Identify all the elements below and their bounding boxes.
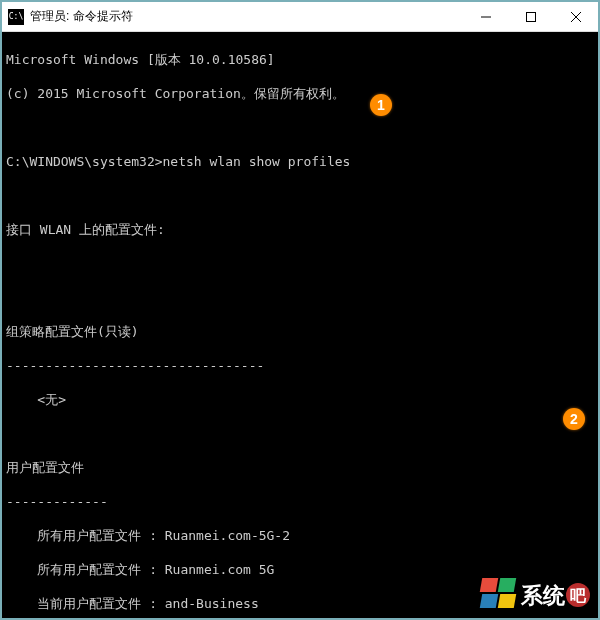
command-line-1: C:\WINDOWS\system32>netsh wlan show prof… bbox=[6, 153, 594, 170]
blank-line bbox=[6, 289, 594, 306]
command-text: netsh wlan show profiles bbox=[163, 154, 351, 169]
svg-rect-1 bbox=[526, 12, 535, 21]
annotation-callout-2: 2 bbox=[563, 408, 585, 430]
window-controls bbox=[463, 2, 598, 31]
windows-logo-icon bbox=[481, 578, 517, 612]
window-title: 管理员: 命令提示符 bbox=[30, 8, 463, 25]
profile-row: 所有用户配置文件 : Ruanmei.com 5G bbox=[6, 561, 594, 578]
terminal-body[interactable]: Microsoft Windows [版本 10.0.10586] (c) 20… bbox=[2, 32, 598, 618]
annotation-callout-1: 1 bbox=[370, 94, 392, 116]
cmd-icon: C:\ bbox=[8, 9, 24, 25]
watermark-badge: 吧 bbox=[566, 583, 590, 607]
prompt: C:\WINDOWS\system32> bbox=[6, 154, 163, 169]
watermark: 系统吧 bbox=[481, 578, 590, 612]
minimize-button[interactable] bbox=[463, 2, 508, 31]
blank-line bbox=[6, 255, 594, 272]
blank-line bbox=[6, 119, 594, 136]
watermark-text: 系统吧 bbox=[521, 583, 590, 607]
gp-none: <无> bbox=[6, 391, 594, 408]
banner-line: (c) 2015 Microsoft Corporation。保留所有权利。 bbox=[6, 85, 594, 102]
blank-line bbox=[6, 425, 594, 442]
up-header: 用户配置文件 bbox=[6, 459, 594, 476]
section-header: 接口 WLAN 上的配置文件: bbox=[6, 221, 594, 238]
blank-line bbox=[6, 187, 594, 204]
window-titlebar: C:\ 管理员: 命令提示符 bbox=[2, 2, 598, 32]
banner-line: Microsoft Windows [版本 10.0.10586] bbox=[6, 51, 594, 68]
separator: --------------------------------- bbox=[6, 357, 594, 374]
close-button[interactable] bbox=[553, 2, 598, 31]
separator: ------------- bbox=[6, 493, 594, 510]
profile-row: 所有用户配置文件 : Ruanmei.com-5G-2 bbox=[6, 527, 594, 544]
maximize-button[interactable] bbox=[508, 2, 553, 31]
gp-header: 组策略配置文件(只读) bbox=[6, 323, 594, 340]
